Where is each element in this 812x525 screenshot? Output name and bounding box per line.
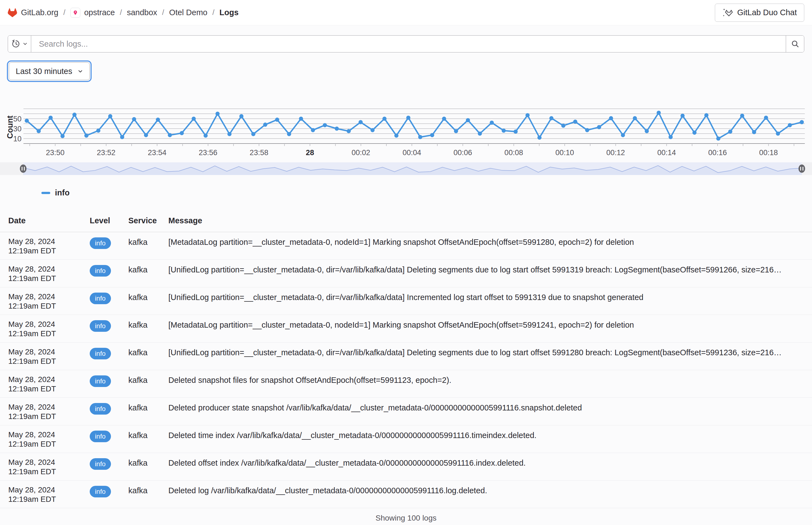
time-range-dropdown[interactable]: Last 30 minutes (9, 62, 90, 80)
data-point[interactable] (275, 118, 279, 122)
data-point[interactable] (323, 123, 327, 127)
data-point[interactable] (657, 111, 661, 115)
data-point[interactable] (776, 132, 780, 136)
data-point[interactable] (681, 114, 685, 118)
table-row[interactable]: May 28, 202412:19am EDT info kafka Delet… (0, 398, 812, 425)
data-point[interactable] (347, 129, 351, 133)
data-point[interactable] (144, 133, 148, 137)
data-point[interactable] (788, 123, 792, 127)
data-point[interactable] (227, 132, 231, 136)
chart-brush-minimap[interactable] (0, 162, 812, 175)
data-point[interactable] (466, 118, 470, 122)
data-point[interactable] (728, 130, 732, 134)
table-row[interactable]: May 28, 202412:19am EDT info kafka Delet… (0, 453, 812, 481)
table-row[interactable]: May 28, 202412:19am EDT info kafka [Unif… (0, 343, 812, 370)
data-point[interactable] (716, 137, 720, 141)
data-point[interactable] (335, 127, 339, 131)
log-service: kafka (128, 347, 168, 366)
data-point[interactable] (287, 132, 291, 136)
data-point[interactable] (478, 132, 482, 136)
data-point[interactable] (108, 114, 112, 118)
log-service: kafka (128, 403, 168, 421)
search-submit-button[interactable] (786, 35, 804, 52)
data-point[interactable] (454, 129, 458, 133)
log-message: [UnifiedLog partition=__cluster_metadata… (168, 265, 804, 283)
data-point[interactable] (156, 118, 160, 122)
data-point[interactable] (85, 134, 89, 138)
table-row[interactable]: May 28, 202412:19am EDT info kafka [Meta… (0, 315, 812, 343)
data-point[interactable] (621, 133, 625, 137)
data-point[interactable] (37, 129, 41, 133)
breadcrumb-label: Logs (220, 8, 239, 17)
data-point[interactable] (430, 133, 434, 137)
data-point[interactable] (359, 120, 363, 124)
search-history-dropdown[interactable] (8, 35, 31, 52)
data-point[interactable] (502, 129, 506, 133)
data-point[interactable] (764, 116, 768, 120)
log-message: [MetadataLog partition=__cluster_metadat… (168, 237, 804, 256)
data-point[interactable] (204, 134, 208, 138)
data-point[interactable] (573, 120, 577, 124)
data-point[interactable] (645, 129, 649, 133)
data-point[interactable] (132, 117, 136, 121)
data-point[interactable] (597, 125, 601, 129)
data-point[interactable] (215, 112, 220, 116)
table-row[interactable]: May 28, 202412:19am EDT info kafka Delet… (0, 425, 812, 453)
data-point[interactable] (192, 117, 196, 121)
column-header-service: Service (128, 216, 168, 225)
data-point[interactable] (668, 135, 673, 139)
x-tick-label: 00:04 (402, 149, 421, 157)
breadcrumb-item-gitlab-org[interactable]: GitLab.org (8, 8, 58, 17)
data-point[interactable] (633, 116, 637, 120)
data-point[interactable] (514, 130, 518, 134)
data-point[interactable] (800, 120, 804, 124)
chart-legend[interactable]: info (41, 188, 812, 197)
data-point[interactable] (561, 124, 566, 128)
table-row[interactable]: May 28, 202412:19am EDT info kafka [Unif… (0, 260, 812, 287)
data-point[interactable] (418, 135, 422, 139)
data-point[interactable] (180, 131, 184, 135)
data-point[interactable] (168, 133, 172, 137)
data-point[interactable] (692, 131, 697, 135)
table-row[interactable]: May 28, 202412:19am EDT info kafka [Meta… (0, 232, 812, 260)
data-point[interactable] (490, 121, 494, 125)
data-point[interactable] (752, 130, 756, 134)
log-volume-chart[interactable]: Count 10305023:5023:5223:5423:5623:58280… (0, 107, 812, 159)
data-point[interactable] (251, 132, 255, 136)
data-point[interactable] (537, 136, 542, 140)
data-point[interactable] (48, 116, 53, 120)
breadcrumb-item-sandbox[interactable]: sandbox (127, 8, 157, 17)
data-point[interactable] (299, 117, 303, 121)
data-point[interactable] (382, 117, 387, 121)
breadcrumb-item-opstrace[interactable]: opstrace (70, 8, 115, 18)
data-point[interactable] (704, 113, 708, 117)
table-row[interactable]: May 28, 202412:19am EDT info kafka Delet… (0, 481, 812, 508)
breadcrumb-item-otel-demo[interactable]: Otel Demo (169, 8, 208, 17)
gitlab-duo-chat-button[interactable]: GitLab Duo Chat (715, 4, 804, 22)
data-point[interactable] (239, 114, 243, 118)
data-point[interactable] (609, 116, 613, 120)
log-volume-chart-svg[interactable]: 10305023:5023:5223:5423:5623:582800:0200… (0, 107, 812, 159)
data-point[interactable] (72, 112, 76, 117)
data-point[interactable] (25, 119, 29, 123)
table-row[interactable]: May 28, 202412:19am EDT info kafka [Unif… (0, 287, 812, 315)
data-point[interactable] (549, 116, 553, 120)
brush-handle-left[interactable] (20, 165, 27, 173)
data-point[interactable] (311, 128, 315, 132)
data-point[interactable] (526, 113, 530, 117)
data-point[interactable] (740, 114, 745, 118)
table-row[interactable]: May 28, 202412:19am EDT info kafka Delet… (0, 370, 812, 398)
search-input[interactable] (31, 35, 786, 52)
data-point[interactable] (60, 134, 64, 138)
breadcrumb-separator: / (120, 8, 122, 17)
data-point[interactable] (120, 135, 124, 139)
data-point[interactable] (406, 116, 410, 120)
data-point[interactable] (585, 128, 589, 132)
data-point[interactable] (96, 129, 101, 133)
data-point[interactable] (263, 122, 268, 127)
data-point[interactable] (371, 128, 375, 132)
brush-handle-right[interactable] (798, 165, 805, 173)
data-point[interactable] (394, 134, 399, 138)
data-point[interactable] (442, 117, 446, 121)
breadcrumb-label: opstrace (84, 8, 115, 17)
